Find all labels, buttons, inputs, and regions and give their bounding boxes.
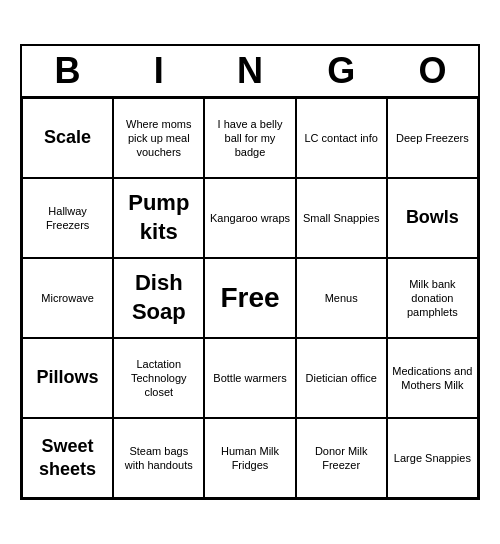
bingo-cell: Steam bags with handouts — [113, 418, 204, 498]
bingo-letter: O — [387, 46, 478, 98]
bingo-cell: Large Snappies — [387, 418, 478, 498]
bingo-letter: B — [22, 46, 113, 98]
bingo-cell: I have a belly ball for my badge — [204, 98, 295, 178]
bingo-cell: Dish Soap — [113, 258, 204, 338]
bingo-cell: Donor Milk Freezer — [296, 418, 387, 498]
bingo-cell: Lactation Technology closet — [113, 338, 204, 418]
bingo-cell: Bowls — [387, 178, 478, 258]
bingo-card: BINGO ScaleWhere moms pick up meal vouch… — [20, 44, 480, 500]
bingo-cell: Pump kits — [113, 178, 204, 258]
bingo-cell: Free — [204, 258, 295, 338]
bingo-letter: I — [113, 46, 204, 98]
bingo-cell: Human Milk Fridges — [204, 418, 295, 498]
bingo-grid: ScaleWhere moms pick up meal vouchersI h… — [22, 98, 478, 498]
bingo-cell: Dietician office — [296, 338, 387, 418]
bingo-cell: Pillows — [22, 338, 113, 418]
bingo-letter: G — [296, 46, 387, 98]
bingo-letter: N — [204, 46, 295, 98]
bingo-header: BINGO — [22, 46, 478, 98]
bingo-cell: Milk bank donation pamphlets — [387, 258, 478, 338]
bingo-cell: Scale — [22, 98, 113, 178]
bingo-cell: Hallway Freezers — [22, 178, 113, 258]
bingo-cell: Bottle warmers — [204, 338, 295, 418]
bingo-cell: Small Snappies — [296, 178, 387, 258]
bingo-cell: Sweet sheets — [22, 418, 113, 498]
bingo-cell: Medications and Mothers Milk — [387, 338, 478, 418]
bingo-cell: LC contact info — [296, 98, 387, 178]
bingo-cell: Deep Freezers — [387, 98, 478, 178]
bingo-cell: Kangaroo wraps — [204, 178, 295, 258]
bingo-cell: Menus — [296, 258, 387, 338]
bingo-cell: Where moms pick up meal vouchers — [113, 98, 204, 178]
bingo-cell: Microwave — [22, 258, 113, 338]
